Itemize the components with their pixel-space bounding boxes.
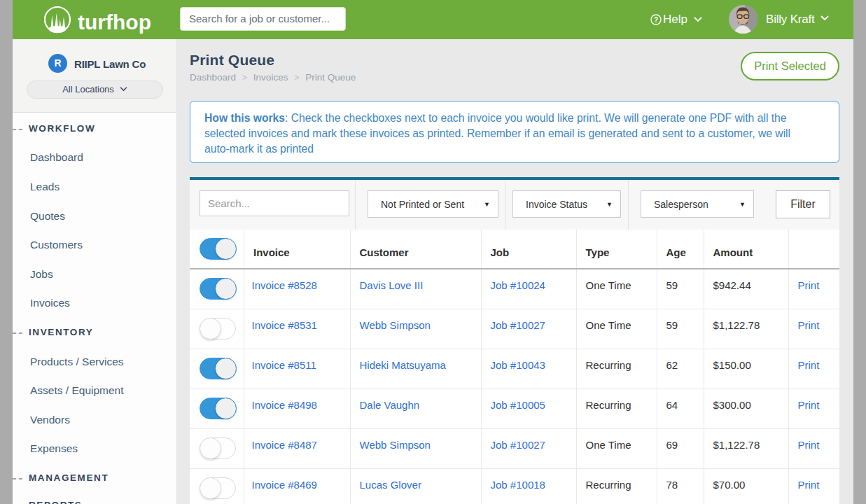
- svg-text:?: ?: [654, 15, 658, 23]
